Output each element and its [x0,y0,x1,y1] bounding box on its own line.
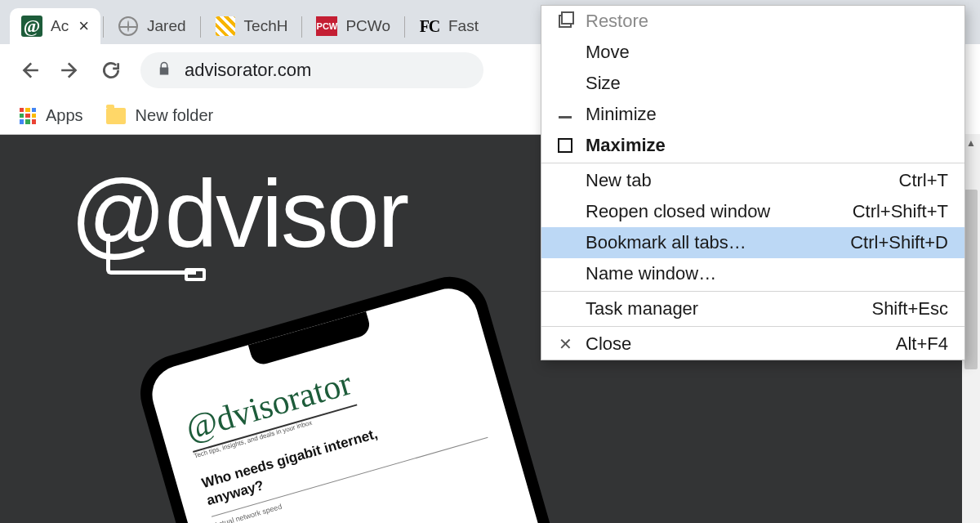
menu-size[interactable]: Size [541,68,964,99]
apps-label: Apps [46,106,83,125]
tab-label: TechH [244,17,288,35]
apps-shortcut[interactable]: Apps [20,106,83,125]
address-bar[interactable]: advisorator.com [140,52,483,88]
tab-separator [404,16,405,38]
lock-icon [157,60,172,80]
tab-label: Fast [448,17,479,35]
menu-move[interactable]: Move [541,37,964,68]
reload-button[interactable] [100,59,122,82]
folder-icon [106,108,126,124]
titlebar-context-menu: Restore Move Size Minimize Maximize New … [541,5,965,360]
forward-button[interactable] [59,59,82,82]
favicon-techhive-icon [215,16,236,37]
favicon-fastcompany-icon: FC [419,16,440,37]
restore-icon [556,15,574,28]
menu-task-manager[interactable]: Task managerShift+Esc [541,293,964,324]
folder-label: New folder [136,106,214,125]
menu-bookmark-all-tabs[interactable]: Bookmark all tabs…Ctrl+Shift+D [541,227,964,258]
menu-reopen-window[interactable]: Reopen closed windowCtrl+Shift+T [541,196,964,227]
favicon-pcworld-icon: PCW [316,16,337,37]
tab-label: Ac [51,17,69,35]
tab-fastcompany[interactable]: FC Fast [408,8,490,44]
tab-techhive[interactable]: TechH [203,8,300,44]
tab-separator [200,16,201,38]
phone-mockup: @dvisorator Tech tips, insights, and dea… [131,267,572,523]
menu-close[interactable]: ✕ CloseAlt+F4 [541,329,964,360]
scroll-thumb[interactable] [964,190,978,369]
url-text: advisorator.com [185,60,311,81]
maximize-icon [556,138,574,153]
menu-new-tab[interactable]: New tabCtrl+T [541,165,964,196]
tab-label: Jared [147,17,186,35]
favicon-advisorator: @ [21,16,42,37]
site-logo: @dvisor [70,159,408,270]
tab-jared[interactable]: Jared [106,8,198,44]
tab-label: PCWo [345,17,390,35]
favicon-globe-icon [118,16,139,37]
apps-grid-icon [20,108,36,124]
tab-separator [301,16,302,38]
close-icon: ✕ [556,336,574,352]
bookmark-folder[interactable]: New folder [106,106,214,125]
menu-restore: Restore [541,6,964,37]
minimize-icon [556,111,574,118]
back-button[interactable] [18,59,41,82]
tab-pcworld[interactable]: PCW PCWo [305,8,402,44]
tab-close-icon[interactable]: × [78,16,89,37]
tab-advisorator[interactable]: @ Ac × [10,8,100,44]
menu-maximize[interactable]: Maximize [541,130,964,161]
tab-separator [103,16,104,38]
menu-minimize[interactable]: Minimize [541,99,964,130]
menu-name-window[interactable]: Name window… [541,258,964,289]
